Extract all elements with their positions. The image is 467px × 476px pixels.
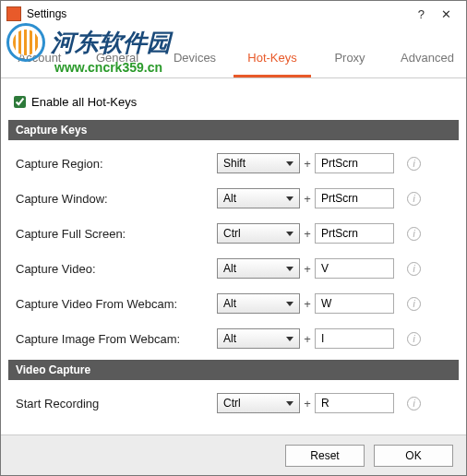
capture-keys-header: Capture Keys xyxy=(8,120,459,140)
capture-row: Capture Video From Webcam:Alt+Wi xyxy=(16,286,451,321)
app-icon xyxy=(6,6,21,21)
modifier-value: Alt xyxy=(223,192,236,205)
chevron-down-icon xyxy=(286,267,293,271)
info-icon[interactable]: i xyxy=(407,262,421,276)
enable-all-label: Enable all Hot-Keys xyxy=(31,95,137,109)
key-input[interactable]: V xyxy=(315,258,394,279)
chevron-down-icon xyxy=(286,232,293,236)
chevron-down-icon xyxy=(286,196,293,201)
plus-separator: + xyxy=(300,297,315,311)
modifier-select[interactable]: Alt xyxy=(217,258,300,279)
hotkey-label: Capture Video From Webcam: xyxy=(16,297,217,311)
key-input[interactable]: W xyxy=(315,293,394,314)
ok-button[interactable]: OK xyxy=(374,445,453,467)
video-capture-header: Video Capture xyxy=(8,360,459,380)
tab-advanced[interactable]: Advanced xyxy=(389,38,466,77)
window-title: Settings xyxy=(27,7,418,20)
info-icon[interactable]: i xyxy=(407,332,421,346)
chevron-down-icon xyxy=(286,161,293,166)
key-input[interactable]: I xyxy=(315,328,394,349)
capture-keys-rows: Capture Region:Shift+PrtScrniCapture Win… xyxy=(8,140,459,360)
chevron-down-icon xyxy=(286,337,293,341)
modifier-select[interactable]: Alt xyxy=(217,328,300,349)
modifier-select[interactable]: Ctrl xyxy=(217,393,300,413)
info-icon[interactable]: i xyxy=(407,397,421,411)
tab-account[interactable]: Account xyxy=(1,38,78,77)
tab-proxy[interactable]: Proxy xyxy=(311,38,389,77)
capture-row: Capture Region:Shift+PrtScrni xyxy=(16,146,451,181)
plus-separator: + xyxy=(300,227,315,241)
modifier-value: Alt xyxy=(223,297,236,310)
plus-separator: + xyxy=(300,397,315,411)
key-input[interactable]: PrtScrn xyxy=(315,223,394,244)
capture-row: Capture Video:Alt+Vi xyxy=(16,251,451,286)
reset-button[interactable]: Reset xyxy=(285,445,365,467)
hotkey-label: Capture Window: xyxy=(16,192,217,206)
modifier-value: Ctrl xyxy=(223,397,241,410)
capture-row: Capture Window:Alt+PrtScrni xyxy=(16,181,451,216)
modifier-value: Shift xyxy=(223,157,245,170)
capture-row: Capture Full Screen:Ctrl+PrtScrni xyxy=(16,216,451,251)
capture-row: Capture Image From Webcam:Alt+Ii xyxy=(16,321,451,356)
titlebar: Settings ? ✕ xyxy=(1,1,466,27)
video-row: Start RecordingCtrl+Ri xyxy=(16,386,451,421)
help-button[interactable]: ? xyxy=(418,7,425,21)
hotkey-label: Capture Video: xyxy=(16,262,217,276)
enable-all-row[interactable]: Enable all Hot-Keys xyxy=(14,95,459,109)
hotkey-label: Start Recording xyxy=(16,397,217,411)
hotkey-label: Capture Image From Webcam: xyxy=(16,332,217,346)
plus-separator: + xyxy=(300,262,315,276)
modifier-value: Ctrl xyxy=(223,227,241,240)
hotkey-label: Capture Region: xyxy=(16,157,217,171)
plus-separator: + xyxy=(300,332,315,346)
footer: Reset OK xyxy=(1,434,466,475)
info-icon[interactable]: i xyxy=(407,157,421,171)
info-icon[interactable]: i xyxy=(407,227,421,241)
video-capture-rows: Start RecordingCtrl+Ri xyxy=(8,380,459,424)
modifier-select[interactable]: Alt xyxy=(217,188,300,208)
chevron-down-icon xyxy=(286,302,293,306)
info-icon[interactable]: i xyxy=(407,297,421,311)
enable-all-checkbox[interactable] xyxy=(14,96,26,108)
close-button[interactable]: ✕ xyxy=(441,7,451,21)
modifier-value: Alt xyxy=(223,332,236,345)
modifier-select[interactable]: Alt xyxy=(217,293,300,314)
tab-general[interactable]: General xyxy=(78,38,156,77)
key-input[interactable]: R xyxy=(315,393,394,413)
tab-hot-keys[interactable]: Hot-Keys xyxy=(234,38,311,77)
hotkey-label: Capture Full Screen: xyxy=(16,227,217,241)
modifier-value: Alt xyxy=(223,262,236,275)
chevron-down-icon xyxy=(286,401,293,406)
tab-bar: Account General Devices Hot-Keys Proxy A… xyxy=(1,38,466,78)
tab-devices[interactable]: Devices xyxy=(156,38,234,77)
modifier-select[interactable]: Shift xyxy=(217,153,300,173)
key-input[interactable]: PrtScrn xyxy=(315,188,394,208)
info-icon[interactable]: i xyxy=(407,192,421,206)
plus-separator: + xyxy=(300,157,315,171)
plus-separator: + xyxy=(300,192,315,206)
modifier-select[interactable]: Ctrl xyxy=(217,223,300,244)
content-area: Enable all Hot-Keys Capture Keys Capture… xyxy=(1,78,466,424)
key-input[interactable]: PrtScrn xyxy=(315,153,394,173)
